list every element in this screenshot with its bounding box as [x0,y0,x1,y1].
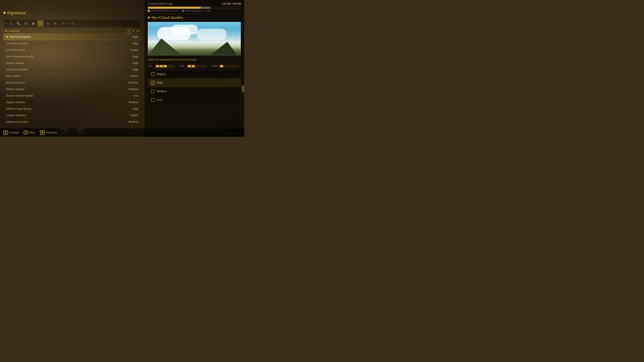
tab-controls[interactable]: ⊕ [52,20,58,26]
quality-option-medium[interactable]: Medium [148,87,241,96]
settings-list: Sky/Cloud Quality High Grass/Tree Qualit… [3,33,141,125]
vram-label: Estimated VRAM Usage [148,2,173,5]
preview-description: Adjusts the image quality for the sky an… [144,56,244,63]
tab-display-icon: ▣ [32,22,34,25]
tab-graphics[interactable]: ⊡ [38,20,44,26]
setting-name-surface-quality: Surface Quality [6,61,24,65]
setting-value-render-distance: Medium [128,81,138,84]
setting-row-distant-shadow[interactable]: Distant Shadow Quality Low [3,92,141,99]
vram-block-5 [235,65,239,67]
setting-row-sand-snow-quality[interactable]: Sand/Snow Quality High [3,66,141,73]
vram-blocks [220,65,239,67]
tab-camera[interactable]: ⊞ [23,20,29,26]
tab-network-icon: ⊙ [62,22,64,25]
gpu-block-1 [188,65,191,67]
checkbox-medium[interactable] [151,89,155,93]
scroll-thumb[interactable] [242,85,244,92]
action-submenu[interactable]: R Sub-menu [40,130,57,135]
setting-row-water-effects[interactable]: Water Effects Enable [3,73,141,79]
filter-x-button[interactable]: X [127,29,131,33]
nav-left-arrow[interactable]: « [5,22,6,25]
preview-title-text: Sky/Cloud Quality [152,15,184,20]
r-key: R [40,130,45,135]
vram-values: 5.22 GB / 7.84 GB [222,2,241,5]
setting-value-surface-quality: High [132,61,138,65]
quality-option-highest[interactable]: Highest [148,70,241,79]
nav-right-arrow[interactable]: » [67,22,68,25]
gpu-block-4 [199,65,202,67]
tab-camera-icon: ⊞ [24,22,27,25]
setting-row-shadow-quality[interactable]: Shadow Quality Medium [3,86,141,92]
scroll-track[interactable] [242,85,244,127]
cloud-2 [171,25,198,35]
checkbox-low[interactable] [151,98,155,102]
checkbox-highest[interactable] [151,72,155,76]
quality-label-high: High [157,81,163,84]
tab-graphics-icon: ⊡ [39,22,42,25]
right-panel: Estimated VRAM Usage 5.22 GB / 7.84 GB M… [144,0,244,137]
setting-row-render-distance[interactable]: Render Distance Medium [3,79,141,86]
f-key: F [3,130,8,135]
tab-display[interactable]: ▣ [30,20,36,26]
action-confirm[interactable]: F Confirm [3,130,18,135]
setting-value-grass-tree-quality: High [132,42,138,45]
setting-row-surface-quality[interactable]: Surface Quality High [3,60,141,66]
action-back[interactable]: 0 Back [24,130,35,135]
setting-value-ambient-occlusion: Medium [128,120,138,123]
setting-name-grass-tree-sway: Grass/Tree Sway [6,48,25,52]
setting-value-wind-simulation: High [132,55,138,58]
setting-row-sky-cloud-quality[interactable]: Sky/Cloud Quality High [3,33,141,40]
vram-legend: Monster Hunter Wilds 4.47 GB Other Appli… [144,9,244,14]
tab-tools-icon: 🔧 [16,22,20,25]
other-value: 0.75 GB [202,9,210,12]
preview-image [148,22,241,55]
setting-value-sky-cloud: High [132,35,138,38]
setting-row-ambient-light[interactable]: Ambient Light Quality High [3,106,141,112]
vram-block-1 [220,65,223,67]
setting-name-water-effects: Water Effects [6,74,21,78]
cloud-3 [196,29,227,40]
vram-legend-other: Other Applications 0.75 GB [182,9,210,12]
quality-label-low: Low [157,98,162,102]
vram-perf-label: VRAM [212,65,218,67]
perf-vram: VRAM [212,65,239,67]
setting-name-render-distance: Render Distance [6,81,25,84]
vram-block-3 [228,65,231,67]
gpu-label: GPU [180,65,186,67]
setting-row-grass-tree-quality[interactable]: Grass/Tree Quality High [3,40,141,47]
quality-label-medium: Medium [157,89,167,93]
options-title: Options [3,10,26,15]
setting-row-grass-tree-sway[interactable]: Grass/Tree Sway Enable [3,47,141,53]
tab-sound[interactable]: ⊗ [45,20,51,26]
setting-name-contact-shadows: Contact Shadows [6,114,26,117]
gear-icon: ⚙ [5,29,8,33]
back-key: 0 [24,130,28,135]
gpu-blocks [188,65,206,67]
checkbox-high[interactable]: ✓ [151,81,155,85]
cpu-block-5 [171,65,174,67]
setting-row-ambient-occlusion[interactable]: Ambient Occlusion Medium [3,119,141,125]
options-dot [3,11,6,14]
setting-name-grass-tree-quality: Grass/Tree Quality [6,42,28,45]
vram-bar [148,6,241,9]
tab-tools[interactable]: 🔧 [15,20,21,26]
setting-row-shadow-distance[interactable]: Shadow Distance Medium [3,99,141,106]
preview-title-dot [148,16,150,18]
perf-cpu: CPU [148,65,174,67]
setting-row-contact-shadows[interactable]: Contact Shadows Enable [3,112,141,119]
vram-bar-mhw [148,7,201,9]
setting-row-wind-simulation[interactable]: Wind Simulation Quality High [3,53,141,60]
setting-name-wind-simulation: Wind Simulation Quality [6,55,34,58]
tab-e[interactable]: E [70,20,76,26]
bottom-bar: F Confirm 0 Back R Sub-menu [0,128,244,137]
setting-name-sky-cloud: Sky/Cloud Quality [6,35,31,38]
tab-network[interactable]: ⊙ [60,20,66,26]
setting-value-water-effects: Enable [130,74,138,78]
tab-q[interactable]: Q [8,20,14,26]
gpu-block-5 [203,65,206,67]
quality-option-low[interactable]: Low [148,96,241,104]
quality-option-high[interactable]: ✓ High [148,79,241,87]
setting-name-ambient-light: Ambient Light Quality [6,107,32,110]
setting-name-shadow-distance: Shadow Distance [6,100,26,104]
cpu-block-4 [167,65,171,67]
